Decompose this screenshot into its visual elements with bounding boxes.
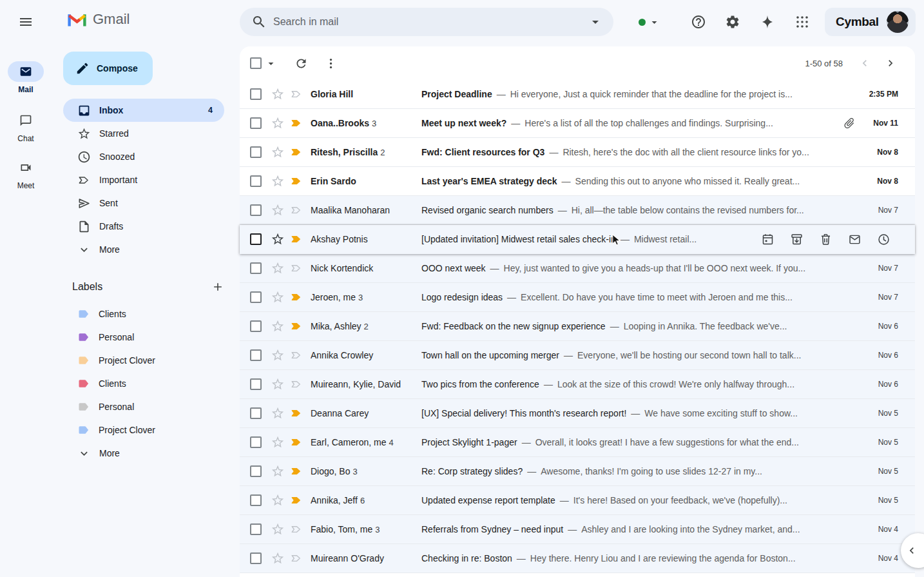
importance-marker-icon[interactable]	[290, 465, 303, 478]
row-checkbox[interactable]	[250, 291, 262, 303]
star-icon[interactable]	[271, 406, 285, 420]
sidebar-item-more[interactable]: More	[63, 238, 224, 261]
email-row[interactable]: Jeroen, me3Logo redesign ideas—Excellent…	[240, 283, 915, 312]
sidebar-item-inbox[interactable]: Inbox4	[63, 99, 224, 122]
star-icon[interactable]	[271, 493, 285, 507]
label-item-clients[interactable]: Clients	[63, 372, 224, 395]
older-page-button[interactable]	[878, 50, 903, 76]
row-checkbox[interactable]	[250, 465, 262, 477]
star-icon[interactable]	[271, 435, 285, 449]
email-row[interactable]: Nick KortendickOOO next week—Hey, just w…	[240, 254, 915, 283]
importance-marker-icon[interactable]	[290, 88, 303, 101]
email-row[interactable]: Akshay Potnis[Updated invitation] Midwes…	[240, 225, 915, 254]
more-options-button[interactable]	[318, 50, 343, 76]
rail-item-mail[interactable]: Mail	[0, 61, 52, 94]
search-button[interactable]	[245, 9, 273, 35]
star-icon[interactable]	[271, 116, 285, 130]
importance-marker-icon[interactable]	[290, 436, 303, 449]
rail-item-chat[interactable]: Chat	[0, 110, 52, 143]
importance-marker-icon[interactable]	[290, 291, 303, 304]
star-icon[interactable]	[271, 319, 285, 333]
delete-button[interactable]	[811, 226, 840, 252]
star-icon[interactable]	[271, 551, 285, 565]
importance-marker-icon[interactable]	[290, 233, 303, 246]
row-checkbox[interactable]	[250, 436, 262, 448]
sidebar-item-drafts[interactable]: Drafts	[63, 215, 224, 238]
row-checkbox[interactable]	[250, 175, 262, 187]
row-checkbox[interactable]	[250, 233, 262, 245]
settings-button[interactable]	[717, 6, 748, 37]
row-checkbox[interactable]	[250, 117, 262, 129]
star-icon[interactable]	[271, 203, 285, 217]
newer-page-button[interactable]	[852, 50, 878, 76]
label-item-project-clover[interactable]: Project Clover	[63, 349, 224, 372]
email-row[interactable]: Erin SardoLast year's EMEA strategy deck…	[240, 167, 915, 196]
importance-marker-icon[interactable]	[290, 407, 303, 420]
google-apps-button[interactable]	[787, 6, 818, 37]
star-icon[interactable]	[271, 464, 285, 478]
email-row[interactable]: Maalika ManoharanRevised organic search …	[240, 196, 915, 225]
importance-marker-icon[interactable]	[290, 204, 303, 217]
row-checkbox[interactable]	[250, 320, 262, 332]
email-row[interactable]: Annika CrowleyTown hall on the upcoming …	[240, 341, 915, 370]
email-row[interactable]: Deanna Carey[UX] Special delivery! This …	[240, 399, 915, 428]
importance-marker-icon[interactable]	[290, 378, 303, 391]
row-checkbox[interactable]	[250, 378, 262, 390]
star-icon[interactable]	[271, 174, 285, 188]
sidebar-item-snoozed[interactable]: Snoozed	[63, 145, 224, 168]
importance-marker-icon[interactable]	[290, 523, 303, 536]
rail-item-meet[interactable]: Meet	[0, 157, 52, 190]
add-label-button[interactable]	[207, 277, 228, 297]
importance-marker-icon[interactable]	[290, 117, 303, 130]
label-item-personal[interactable]: Personal	[63, 395, 224, 418]
importance-marker-icon[interactable]	[290, 349, 303, 362]
gemini-button[interactable]	[752, 6, 783, 37]
row-checkbox[interactable]	[250, 523, 262, 535]
snooze-button[interactable]	[869, 226, 898, 252]
calendar-button[interactable]	[753, 226, 782, 252]
email-row[interactable]: Mika, Ashley2Fwd: Feedback on the new si…	[240, 312, 915, 341]
row-checkbox[interactable]	[250, 349, 262, 361]
star-icon[interactable]	[271, 145, 285, 159]
email-row[interactable]: Muireann, Kylie, DavidTwo pics from the …	[240, 370, 915, 399]
email-row[interactable]: Oana..Brooks3Meet up next week?—Here's a…	[240, 109, 915, 138]
star-icon[interactable]	[271, 348, 285, 362]
account-switcher[interactable]: Cymbal	[825, 8, 916, 36]
label-item-clients[interactable]: Clients	[63, 302, 224, 326]
search-input[interactable]	[273, 16, 581, 28]
refresh-button[interactable]	[288, 50, 314, 76]
sidebar-item-important[interactable]: Important	[63, 168, 224, 191]
importance-marker-icon[interactable]	[290, 175, 303, 188]
star-icon[interactable]	[271, 232, 285, 246]
importance-marker-icon[interactable]	[290, 320, 303, 333]
email-row[interactable]: Diogo, Bo3Re: Corp strategy slides?—Awes…	[240, 457, 915, 486]
star-icon[interactable]	[271, 522, 285, 536]
star-icon[interactable]	[271, 87, 285, 101]
row-checkbox[interactable]	[250, 407, 262, 419]
sidebar-item-sent[interactable]: Sent	[63, 191, 224, 215]
mark-as-read-button[interactable]	[840, 226, 869, 252]
email-row[interactable]: Earl, Cameron, me4Project Skylight 1-pag…	[240, 428, 915, 457]
label-item-more[interactable]: More	[63, 442, 224, 465]
search-bar[interactable]	[240, 8, 613, 36]
email-row[interactable]: Annika, Jeff6Updated expense report temp…	[240, 486, 915, 515]
label-item-personal[interactable]: Personal	[63, 326, 224, 349]
star-icon[interactable]	[271, 290, 285, 304]
main-menu-button[interactable]	[10, 6, 41, 37]
email-row[interactable]: Ritesh, Priscilla2Fwd: Client resources …	[240, 138, 915, 167]
row-checkbox[interactable]	[250, 204, 262, 216]
row-checkbox[interactable]	[250, 88, 262, 100]
select-all-checkbox[interactable]	[250, 57, 262, 69]
email-row[interactable]: Fabio, Tom, me3Referrals from Sydney – n…	[240, 515, 915, 544]
importance-marker-icon[interactable]	[290, 494, 303, 507]
avatar[interactable]	[887, 11, 909, 33]
star-icon[interactable]	[271, 261, 285, 275]
importance-marker-icon[interactable]	[290, 146, 303, 159]
row-checkbox[interactable]	[250, 494, 262, 506]
row-checkbox[interactable]	[250, 262, 262, 274]
sidebar-item-starred[interactable]: Starred	[63, 122, 224, 145]
support-button[interactable]	[683, 6, 714, 37]
importance-marker-icon[interactable]	[290, 552, 303, 565]
label-item-project-clover[interactable]: Project Clover	[63, 418, 224, 442]
select-options-button[interactable]	[262, 50, 279, 76]
